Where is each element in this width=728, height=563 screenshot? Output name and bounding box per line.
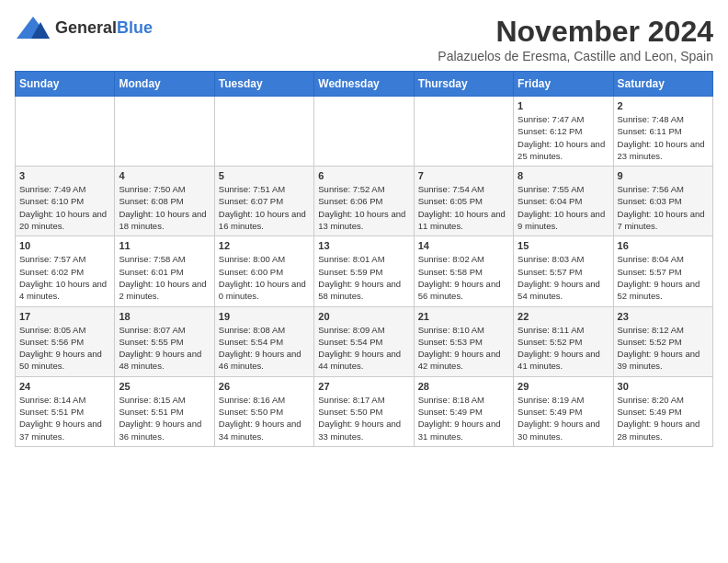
day-info: Sunrise: 7:58 AM Sunset: 6:01 PM Dayligh… [119, 253, 210, 302]
day-info: Sunrise: 8:17 AM Sunset: 5:50 PM Dayligh… [318, 394, 409, 442]
day-info: Sunrise: 8:10 AM Sunset: 5:53 PM Dayligh… [418, 324, 509, 373]
day-number: 29 [518, 381, 609, 392]
day-info: Sunrise: 8:16 AM Sunset: 5:50 PM Dayligh… [219, 394, 310, 442]
calendar-cell: 23Sunrise: 8:12 AM Sunset: 5:52 PM Dayli… [613, 306, 712, 376]
calendar-cell: 24Sunrise: 8:14 AM Sunset: 5:51 PM Dayli… [16, 376, 115, 446]
day-info: Sunrise: 7:57 AM Sunset: 6:02 PM Dayligh… [19, 253, 110, 302]
day-of-week-header: Wednesday [314, 72, 414, 97]
calendar-cell: 14Sunrise: 8:02 AM Sunset: 5:58 PM Dayli… [414, 236, 513, 306]
day-number: 15 [518, 240, 609, 251]
calendar-cell: 2Sunrise: 7:48 AM Sunset: 6:11 PM Daylig… [613, 97, 712, 167]
day-number: 28 [418, 381, 509, 392]
calendar-cell [115, 97, 214, 167]
day-number: 10 [19, 240, 110, 251]
day-number: 12 [219, 240, 310, 251]
day-number: 30 [618, 381, 709, 392]
calendar-cell: 21Sunrise: 8:10 AM Sunset: 5:53 PM Dayli… [414, 306, 513, 376]
calendar-cell: 6Sunrise: 7:52 AM Sunset: 6:06 PM Daylig… [314, 167, 414, 236]
calendar-cell: 11Sunrise: 7:58 AM Sunset: 6:01 PM Dayli… [115, 236, 214, 306]
day-number: 13 [318, 240, 409, 251]
day-number: 3 [19, 170, 110, 181]
calendar-cell: 5Sunrise: 7:51 AM Sunset: 6:07 PM Daylig… [214, 167, 313, 236]
day-number: 23 [618, 311, 709, 322]
calendar-cell [16, 97, 115, 167]
header: GeneralBlue November 2024 Palazuelos de … [15, 15, 713, 63]
calendar-cell: 10Sunrise: 7:57 AM Sunset: 6:02 PM Dayli… [16, 236, 115, 306]
calendar-cell: 1Sunrise: 7:47 AM Sunset: 6:12 PM Daylig… [514, 97, 613, 167]
day-info: Sunrise: 8:01 AM Sunset: 5:59 PM Dayligh… [318, 253, 409, 302]
calendar-cell: 30Sunrise: 8:20 AM Sunset: 5:49 PM Dayli… [613, 376, 712, 446]
day-number: 19 [219, 311, 310, 322]
day-number: 7 [418, 170, 509, 181]
day-number: 22 [518, 311, 609, 322]
logo-icon [15, 15, 51, 40]
day-info: Sunrise: 8:11 AM Sunset: 5:52 PM Dayligh… [518, 324, 609, 373]
day-number: 6 [318, 170, 409, 181]
month-title: November 2024 [438, 15, 713, 49]
day-info: Sunrise: 8:18 AM Sunset: 5:49 PM Dayligh… [418, 394, 509, 442]
day-number: 27 [318, 381, 409, 392]
day-info: Sunrise: 7:49 AM Sunset: 6:10 PM Dayligh… [19, 183, 110, 232]
calendar-cell [214, 97, 313, 167]
day-of-week-header: Thursday [414, 72, 513, 97]
calendar-cell: 27Sunrise: 8:17 AM Sunset: 5:50 PM Dayli… [314, 376, 414, 446]
calendar-cell: 16Sunrise: 8:04 AM Sunset: 5:57 PM Dayli… [613, 236, 712, 306]
calendar-cell: 20Sunrise: 8:09 AM Sunset: 5:54 PM Dayli… [314, 306, 414, 376]
day-info: Sunrise: 7:55 AM Sunset: 6:04 PM Dayligh… [518, 183, 609, 232]
day-number: 18 [119, 311, 210, 322]
day-info: Sunrise: 8:02 AM Sunset: 5:58 PM Dayligh… [418, 253, 509, 302]
day-number: 20 [318, 311, 409, 322]
day-info: Sunrise: 8:05 AM Sunset: 5:56 PM Dayligh… [19, 324, 110, 373]
day-info: Sunrise: 7:50 AM Sunset: 6:08 PM Dayligh… [119, 183, 210, 232]
day-number: 5 [219, 170, 310, 181]
day-number: 16 [618, 240, 709, 251]
day-of-week-header: Sunday [16, 72, 115, 97]
day-info: Sunrise: 8:09 AM Sunset: 5:54 PM Dayligh… [318, 324, 409, 373]
calendar-cell: 15Sunrise: 8:03 AM Sunset: 5:57 PM Dayli… [514, 236, 613, 306]
day-info: Sunrise: 8:00 AM Sunset: 6:00 PM Dayligh… [219, 253, 310, 302]
calendar-cell: 22Sunrise: 8:11 AM Sunset: 5:52 PM Dayli… [514, 306, 613, 376]
day-info: Sunrise: 8:12 AM Sunset: 5:52 PM Dayligh… [618, 324, 709, 373]
day-number: 4 [119, 170, 210, 181]
calendar-cell: 3Sunrise: 7:49 AM Sunset: 6:10 PM Daylig… [16, 167, 115, 236]
calendar-cell: 7Sunrise: 7:54 AM Sunset: 6:05 PM Daylig… [414, 167, 513, 236]
calendar-cell: 28Sunrise: 8:18 AM Sunset: 5:49 PM Dayli… [414, 376, 513, 446]
calendar-cell: 19Sunrise: 8:08 AM Sunset: 5:54 PM Dayli… [214, 306, 313, 376]
day-info: Sunrise: 7:54 AM Sunset: 6:05 PM Dayligh… [418, 183, 509, 232]
calendar-cell: 9Sunrise: 7:56 AM Sunset: 6:03 PM Daylig… [613, 167, 712, 236]
day-number: 24 [19, 381, 110, 392]
day-of-week-header: Monday [115, 72, 214, 97]
calendar-cell: 8Sunrise: 7:55 AM Sunset: 6:04 PM Daylig… [514, 167, 613, 236]
day-of-week-header: Tuesday [214, 72, 313, 97]
day-info: Sunrise: 7:52 AM Sunset: 6:06 PM Dayligh… [318, 183, 409, 232]
day-of-week-header: Saturday [613, 72, 712, 97]
calendar-cell: 18Sunrise: 8:07 AM Sunset: 5:55 PM Dayli… [115, 306, 214, 376]
day-number: 2 [618, 100, 709, 111]
calendar-cell [314, 97, 414, 167]
day-info: Sunrise: 8:08 AM Sunset: 5:54 PM Dayligh… [219, 324, 310, 373]
day-number: 11 [119, 240, 210, 251]
day-info: Sunrise: 8:07 AM Sunset: 5:55 PM Dayligh… [119, 324, 210, 373]
day-info: Sunrise: 8:03 AM Sunset: 5:57 PM Dayligh… [518, 253, 609, 302]
day-info: Sunrise: 8:14 AM Sunset: 5:51 PM Dayligh… [19, 394, 110, 442]
day-info: Sunrise: 8:19 AM Sunset: 5:49 PM Dayligh… [518, 394, 609, 442]
calendar-table: SundayMondayTuesdayWednesdayThursdayFrid… [15, 71, 713, 447]
day-number: 9 [618, 170, 709, 181]
calendar-cell: 12Sunrise: 8:00 AM Sunset: 6:00 PM Dayli… [214, 236, 313, 306]
day-info: Sunrise: 8:15 AM Sunset: 5:51 PM Dayligh… [119, 394, 210, 442]
day-number: 17 [19, 311, 110, 322]
day-number: 8 [518, 170, 609, 181]
day-info: Sunrise: 7:48 AM Sunset: 6:11 PM Dayligh… [618, 113, 709, 162]
calendar-cell: 13Sunrise: 8:01 AM Sunset: 5:59 PM Dayli… [314, 236, 414, 306]
calendar-cell: 17Sunrise: 8:05 AM Sunset: 5:56 PM Dayli… [16, 306, 115, 376]
day-info: Sunrise: 7:47 AM Sunset: 6:12 PM Dayligh… [518, 113, 609, 162]
calendar-cell [414, 97, 513, 167]
calendar-cell: 25Sunrise: 8:15 AM Sunset: 5:51 PM Dayli… [115, 376, 214, 446]
logo-blue: Blue [117, 18, 153, 37]
day-info: Sunrise: 8:04 AM Sunset: 5:57 PM Dayligh… [618, 253, 709, 302]
day-of-week-header: Friday [514, 72, 613, 97]
day-number: 26 [219, 381, 310, 392]
day-number: 1 [518, 100, 609, 111]
day-info: Sunrise: 7:51 AM Sunset: 6:07 PM Dayligh… [219, 183, 310, 232]
logo: GeneralBlue [15, 15, 153, 40]
